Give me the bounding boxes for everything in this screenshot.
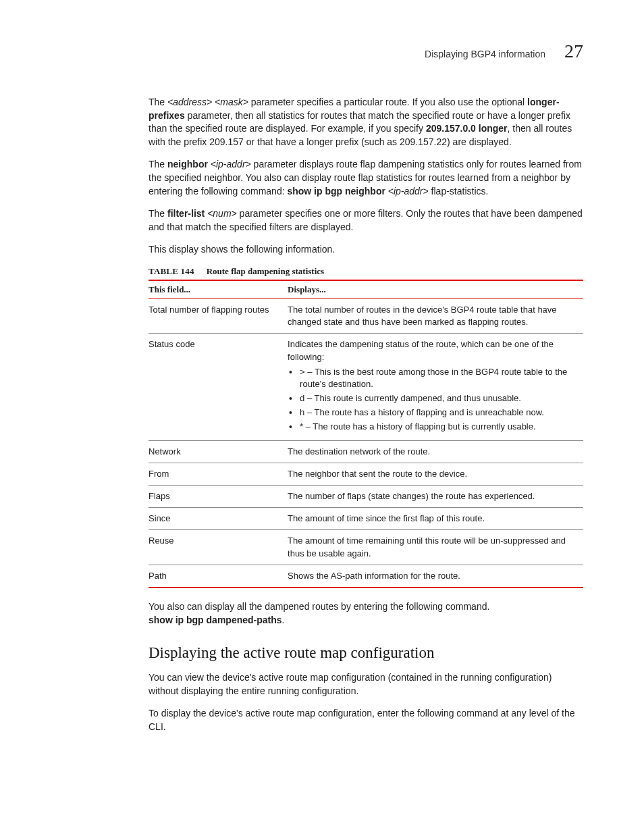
table-title: Route flap dampening statistics — [207, 266, 324, 276]
param-filter-list: filter-list — [167, 208, 205, 219]
cell-description: The amount of time remaining until this … — [288, 530, 583, 565]
cell-field: Reuse — [149, 530, 288, 565]
list-item: * – The route has a history of flapping … — [288, 421, 579, 433]
table-row: Status code Indicates the dampening stat… — [149, 334, 583, 440]
table-row: Reuse The amount of time remaining until… — [149, 530, 583, 565]
table-number: TABLE 144 — [149, 266, 194, 276]
command-show-ip-bgp-dampened-paths: show ip bgp dampened-paths — [149, 615, 282, 625]
table-header-row: This field... Displays... — [149, 280, 583, 299]
param-address-mask: <address> <mask> — [167, 97, 248, 107]
paragraph-address-mask: The <address> <mask> parameter specifies… — [149, 96, 583, 149]
cell-description: Shows the AS-path information for the ro… — [288, 565, 583, 588]
paragraph-dampened-paths: You also can display all the dampened ro… — [149, 600, 583, 627]
cell-field: From — [149, 463, 288, 485]
page-header: Displaying BGP4 information 27 — [68, 41, 583, 62]
page: Displaying BGP4 information 27 The <addr… — [0, 0, 644, 834]
cell-description: The total number of routes in the device… — [288, 298, 583, 333]
section-heading: Displaying the active route map configur… — [149, 644, 583, 662]
status-code-list: > – This is the best route among those i… — [288, 366, 579, 434]
table-row: Flaps The number of flaps (state changes… — [149, 486, 583, 508]
cell-field: Since — [149, 508, 288, 530]
list-item: > – This is the best route among those i… — [288, 366, 579, 390]
paragraph-neighbor: The neighbor <ip-addr> parameter display… — [149, 158, 583, 198]
text: parameter specifies a particular route. … — [248, 97, 527, 107]
table-caption: TABLE 144Route flap dampening statistics — [149, 266, 583, 277]
text: You also can display all the dampened ro… — [149, 601, 489, 612]
cell-description: The destination network of the route. — [288, 440, 583, 463]
command-show-ip-bgp-neighbor: show ip bgp neighbor — [287, 186, 385, 197]
text: The — [149, 159, 167, 170]
cell-field: Network — [149, 440, 288, 463]
cell-field: Total number of flapping routes — [149, 298, 288, 333]
chapter-number: 27 — [564, 41, 583, 62]
table-row: Since The amount of time since the first… — [149, 508, 583, 530]
cell-description: The number of flaps (state changes) the … — [288, 486, 583, 508]
cell-field: Status code — [149, 334, 288, 440]
text: The — [149, 208, 167, 219]
cell-field: Path — [149, 565, 288, 588]
list-item: h – The route has a history of flapping … — [288, 407, 579, 419]
text: Indicates the dampening status of the ro… — [288, 339, 554, 361]
cell-description: The amount of time since the first flap … — [288, 508, 583, 530]
cell-description: Indicates the dampening status of the ro… — [288, 334, 583, 440]
text: . — [282, 615, 285, 625]
content: The <address> <mask> parameter specifies… — [68, 96, 583, 734]
text: The — [149, 97, 167, 107]
table-row: Total number of flapping routes The tota… — [149, 298, 583, 333]
table-row: Path Shows the AS-path information for t… — [149, 565, 583, 588]
paragraph-filter-list: The filter-list <num> parameter specifie… — [149, 207, 583, 234]
paragraph-route-map-intro: You can view the device's active route m… — [149, 671, 583, 698]
col-header-field: This field... — [149, 280, 288, 299]
header-title: Displaying BGP4 information — [425, 49, 545, 59]
table-row: Network The destination network of the r… — [149, 440, 583, 463]
example-value: 209.157.0.0 longer — [426, 123, 508, 134]
param-neighbor: neighbor — [167, 159, 208, 170]
param-ip-addr: <ip-addr> — [208, 159, 251, 170]
paragraph-route-map-cli: To display the device's active route map… — [149, 707, 583, 733]
table-route-flap-stats: This field... Displays... Total number o… — [149, 280, 583, 588]
cell-description: The neighbor that sent the route to the … — [288, 463, 583, 485]
table-row: From The neighbor that sent the route to… — [149, 463, 583, 485]
text: flap-statistics. — [429, 186, 489, 197]
param-num: <num> — [205, 208, 236, 219]
list-item: d – This route is currently dampened, an… — [288, 392, 579, 405]
cell-field: Flaps — [149, 486, 288, 508]
param-ip-addr: <ip-addr> — [385, 186, 429, 197]
col-header-displays: Displays... — [288, 280, 583, 299]
paragraph-display-intro: This display shows the following informa… — [149, 243, 583, 257]
